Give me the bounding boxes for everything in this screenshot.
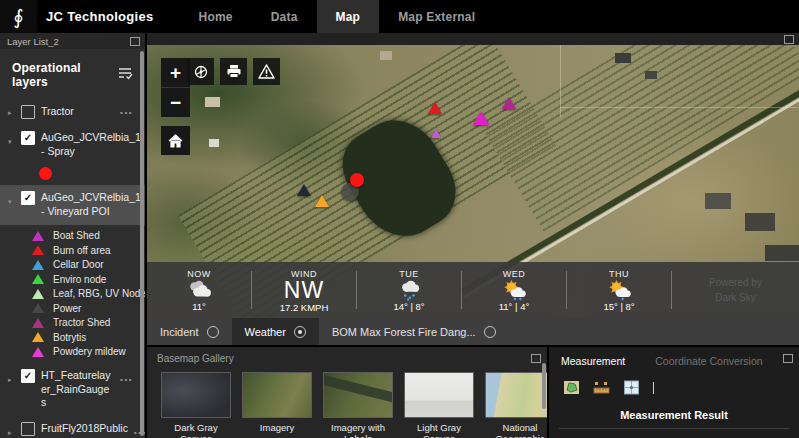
basemap-thumbnail[interactable] bbox=[404, 372, 474, 418]
map-building bbox=[209, 139, 219, 147]
basemap-gallery-title: Basemap Gallery bbox=[157, 353, 234, 364]
layer-checkbox[interactable] bbox=[21, 105, 35, 119]
tab-coordinate-conversion[interactable]: Coordinate Conversion bbox=[655, 355, 762, 367]
layer-checkbox[interactable]: ✓ bbox=[21, 191, 35, 205]
triangle-symbol-icon bbox=[32, 260, 44, 270]
map-marker[interactable] bbox=[350, 173, 364, 187]
map-marker[interactable] bbox=[502, 97, 516, 109]
basemap-thumbnail[interactable] bbox=[242, 372, 312, 418]
triangle-symbol-icon bbox=[32, 245, 44, 255]
basemap-thumbnail[interactable] bbox=[485, 372, 547, 418]
map-canvas[interactable]: + − bbox=[147, 45, 799, 318]
layer-row[interactable]: ▸ FruitFly2018Public ••• bbox=[8, 416, 135, 438]
sun-shower-icon bbox=[497, 279, 531, 301]
basemap-name: Imagery bbox=[260, 422, 294, 433]
basemap-thumbnail[interactable] bbox=[161, 372, 231, 418]
radio-icon[interactable] bbox=[484, 326, 496, 338]
basemap-thumbnail[interactable] bbox=[323, 372, 393, 418]
chevron-right-icon[interactable]: ▸ bbox=[8, 422, 15, 438]
chevron-right-icon[interactable]: ▸ bbox=[8, 369, 15, 386]
cloudy-icon bbox=[182, 279, 216, 301]
weather-wed: WED 11° | 4° bbox=[462, 262, 566, 318]
legend-label: Boat Shed bbox=[53, 230, 100, 241]
legend-label: Powdery mildew bbox=[53, 346, 126, 357]
basemap-item[interactable]: Imagery with Labels bbox=[323, 372, 393, 438]
compass-icon bbox=[193, 64, 209, 80]
map-marker[interactable] bbox=[431, 129, 441, 138]
chevron-down-icon[interactable]: ▾ bbox=[8, 131, 15, 148]
window-icon[interactable] bbox=[784, 35, 794, 44]
layer-menu-icon[interactable]: ••• bbox=[120, 369, 133, 384]
radio-icon[interactable] bbox=[294, 326, 306, 338]
map-marker[interactable] bbox=[473, 111, 489, 125]
basemap-gallery-panel: Basemap Gallery Dark Gray Canvas Imagery… bbox=[147, 347, 547, 438]
triangle-symbol-icon bbox=[32, 347, 44, 357]
layer-row-vineyard-poi[interactable]: ▾ ✓ AuGeo_JCVRelbia_1 - Vineyard POI ••• bbox=[0, 185, 145, 224]
area-measure-button[interactable] bbox=[563, 379, 580, 396]
chevron-right-icon[interactable]: ▸ bbox=[8, 106, 15, 119]
chevron-down-icon[interactable]: ▾ bbox=[8, 191, 15, 208]
basemap-name: National Geographic bbox=[485, 422, 547, 438]
legend-item: Powdery mildew bbox=[32, 345, 135, 360]
layer-list-options-icon[interactable] bbox=[117, 66, 133, 84]
sidebar-scrollbar[interactable] bbox=[140, 51, 144, 436]
triangle-symbol-icon bbox=[32, 274, 44, 284]
nav-item[interactable]: Home bbox=[180, 0, 252, 33]
basemap-item[interactable]: Imagery bbox=[242, 372, 312, 438]
map-tab[interactable]: BOM Max Forest Fire Dang... bbox=[319, 318, 509, 345]
app-logo[interactable]: ∮ bbox=[0, 0, 37, 33]
location-measure-button[interactable] bbox=[623, 379, 640, 396]
basemap-item[interactable]: Dark Gray Canvas bbox=[161, 372, 231, 438]
layer-checkbox[interactable] bbox=[21, 422, 35, 436]
weather-tue: TUE 14° | 8° bbox=[357, 262, 461, 318]
area-icon bbox=[563, 379, 580, 396]
layer-row-rain-gauges[interactable]: ▸ ✓ HT_Featurelayer_RainGauges ••• bbox=[8, 363, 135, 416]
zoom-in-button[interactable]: + bbox=[161, 58, 190, 88]
zoom-out-button[interactable]: − bbox=[161, 88, 190, 117]
nav-item-label: Data bbox=[271, 10, 298, 24]
map-marker[interactable] bbox=[428, 102, 442, 114]
incident-alert-button[interactable] bbox=[253, 58, 280, 85]
layer-row-tractor[interactable]: ▸ Tractor ••• bbox=[8, 99, 135, 125]
basemap-scrollbar[interactable] bbox=[542, 363, 546, 409]
triangle-symbol-icon bbox=[32, 289, 44, 299]
map-marker[interactable] bbox=[315, 195, 329, 207]
legend-item: Burn off area bbox=[32, 243, 135, 258]
weather-temp: 15° | 8° bbox=[603, 301, 634, 312]
map-tab-label: BOM Max Forest Fire Dang... bbox=[332, 326, 476, 338]
layer-menu-icon[interactable]: ••• bbox=[120, 108, 133, 117]
weather-wind: WIND NW 17.2 KMPH bbox=[252, 262, 356, 318]
divider bbox=[559, 428, 789, 429]
tab-measurement[interactable]: Measurement bbox=[561, 355, 625, 367]
map-tab-bar: Incident Weather BOM Max Forest Fire Dan… bbox=[147, 318, 799, 345]
draw-tool-button[interactable] bbox=[187, 58, 214, 85]
basemap-item[interactable]: Light Gray Canvas bbox=[404, 372, 474, 438]
basemap-item[interactable]: National Geographic bbox=[485, 372, 547, 438]
window-icon[interactable] bbox=[783, 354, 793, 363]
basemap-list: Dark Gray Canvas Imagery Imagery with La… bbox=[147, 366, 547, 438]
window-icon[interactable] bbox=[130, 37, 140, 46]
layer-checkbox[interactable]: ✓ bbox=[21, 131, 35, 145]
print-button[interactable] bbox=[220, 58, 247, 85]
layer-label: HT_Featurelayer_RainGauges bbox=[41, 369, 114, 410]
ruler-icon bbox=[593, 379, 610, 396]
distance-measure-button[interactable] bbox=[593, 379, 610, 396]
map-building bbox=[380, 51, 392, 60]
legend-item: Tractor Shed bbox=[32, 316, 135, 331]
window-icon[interactable] bbox=[531, 354, 541, 363]
map-building bbox=[205, 97, 220, 107]
layer-checkbox[interactable]: ✓ bbox=[21, 369, 35, 383]
map-tab-label: Weather bbox=[245, 326, 286, 338]
radio-icon[interactable] bbox=[207, 326, 219, 338]
layer-row-spray[interactable]: ▾ ✓ AuGeo_JCVRelbia_1 - Spray ••• bbox=[8, 125, 135, 164]
map-marker[interactable] bbox=[297, 184, 311, 196]
legend-item: Botrytis bbox=[32, 330, 135, 345]
nav-item-label: Map bbox=[336, 10, 361, 24]
map-tab[interactable]: Weather bbox=[232, 318, 319, 345]
home-extent-button[interactable] bbox=[161, 126, 190, 155]
triangle-symbol-icon bbox=[32, 303, 44, 313]
nav-item[interactable]: Map bbox=[317, 0, 380, 33]
nav-item[interactable]: Data bbox=[252, 0, 317, 33]
map-tab[interactable]: Incident bbox=[147, 318, 232, 345]
nav-item[interactable]: Map External bbox=[379, 0, 494, 33]
